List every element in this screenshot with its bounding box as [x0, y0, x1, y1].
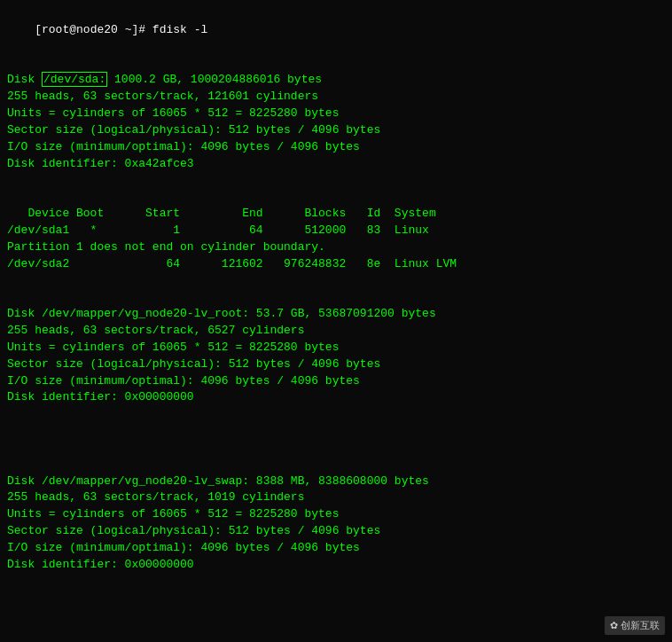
terminal-output: [root@node20 ~]# fdisk -l Disk /dev/sda:…	[7, 5, 665, 642]
line-diskid-1: Disk identifier: 0xa42afce3	[7, 157, 194, 170]
terminal-window: [root@node20 ~]# fdisk -l Disk /dev/sda:…	[0, 0, 672, 642]
line-sector-3: Sector size (logical/physical): 512 byte…	[7, 524, 380, 537]
line-io-2: I/O size (minimum/optimal): 4096 bytes /…	[7, 374, 360, 388]
disk-sda-header: Disk /dev/sda: 1000.2 GB, 1000204886016 …	[7, 72, 322, 87]
line-heads-1: 255 heads, 63 sectors/track, 121601 cyli…	[7, 90, 318, 103]
line-diskid-2: Disk identifier: 0x00000000	[7, 390, 194, 403]
line-sector-2: Sector size (logical/physical): 512 byte…	[7, 357, 380, 371]
partition-warning: Partition 1 does not end on cylinder bou…	[7, 240, 325, 254]
line-heads-2: 255 heads, 63 sectors/track, 6527 cylind…	[7, 324, 304, 337]
line-diskid-3: Disk identifier: 0x00000000	[7, 558, 194, 571]
prompt-line: [root@node20 ~]# fdisk -l	[35, 23, 207, 36]
disk-lv-root-header: Disk /dev/mapper/vg_node20-lv_root: 53.7…	[7, 307, 436, 320]
line-units-1: Units = cylinders of 16065 * 512 = 82252…	[7, 106, 339, 120]
partition-sda2: /dev/sda2 64 121602 976248832 8e Linux L…	[7, 257, 457, 270]
partition-sda1: /dev/sda1 * 1 64 512000 83 Linux	[7, 223, 429, 237]
line-sector-1: Sector size (logical/physical): 512 byte…	[7, 123, 380, 137]
line-units-3: Units = cylinders of 16065 * 512 = 82252…	[7, 507, 339, 521]
line-io-3: I/O size (minimum/optimal): 4096 bytes /…	[7, 541, 360, 554]
line-heads-3: 255 heads, 63 sectors/track, 1019 cylind…	[7, 490, 304, 504]
watermark-logo: ✿ 创新互联	[605, 616, 665, 635]
table-header: Device Boot Start End Blocks Id System	[7, 207, 436, 220]
disk-lv-swap-header: Disk /dev/mapper/vg_node20-lv_swap: 8388…	[7, 474, 429, 488]
line-units-2: Units = cylinders of 16065 * 512 = 82252…	[7, 341, 339, 354]
line-io-1: I/O size (minimum/optimal): 4096 bytes /…	[7, 140, 360, 153]
